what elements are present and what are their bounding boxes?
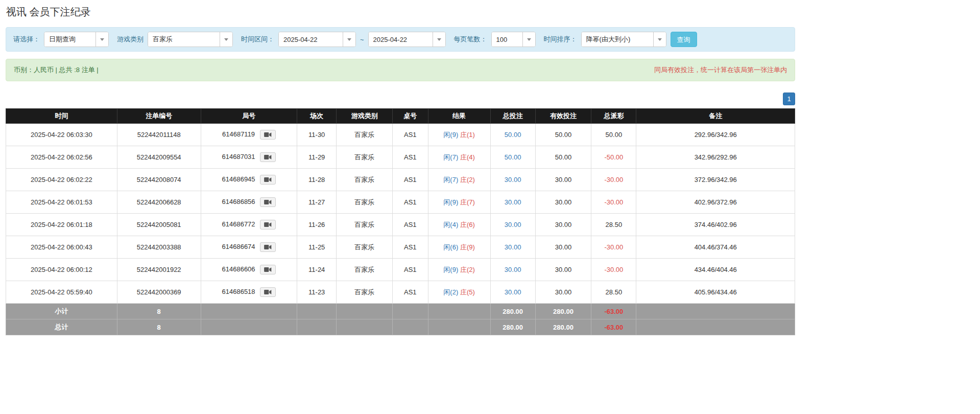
date-to-input[interactable] bbox=[369, 32, 433, 47]
total-bet-link[interactable]: 30.00 bbox=[505, 198, 521, 206]
video-replay-button[interactable] bbox=[260, 242, 276, 252]
cell-result: 闲(9) 庄(1) bbox=[428, 124, 490, 146]
total-payout: -63.00 bbox=[591, 319, 636, 335]
cell-valid-bet: 30.00 bbox=[535, 259, 591, 281]
video-replay-button[interactable] bbox=[260, 220, 276, 229]
game-type-input[interactable] bbox=[148, 32, 220, 47]
header-time: 时间 bbox=[6, 109, 117, 124]
cell-result: 闲(6) 庄(9) bbox=[428, 236, 490, 259]
sort-combobox[interactable] bbox=[581, 32, 666, 47]
page-header: 视讯 会员下注纪录 bbox=[0, 0, 980, 23]
game-type-dropdown-button[interactable] bbox=[220, 32, 232, 47]
video-replay-button[interactable] bbox=[260, 152, 276, 162]
sort-dropdown-button[interactable] bbox=[653, 32, 666, 47]
cell-time: 2025-04-22 06:00:12 bbox=[6, 259, 117, 281]
cell-total-bet: 30.00 bbox=[490, 169, 535, 191]
table-row: 2025-04-22 05:59:40 522442000369 6146865… bbox=[6, 281, 795, 304]
cell-payout: 28.50 bbox=[591, 281, 636, 304]
cell-total-bet: 30.00 bbox=[490, 214, 535, 236]
result-banker: 庄(6) bbox=[460, 221, 475, 228]
cell-remark: 402.96/372.96 bbox=[636, 191, 795, 214]
search-button[interactable]: 查询 bbox=[671, 32, 697, 47]
cell-valid-bet: 30.00 bbox=[535, 236, 591, 259]
cell-game-type: 百家乐 bbox=[337, 236, 393, 259]
video-replay-button[interactable] bbox=[260, 130, 276, 140]
date-from-combobox[interactable] bbox=[278, 32, 356, 47]
total-count: 8 bbox=[117, 319, 201, 335]
cell-result: 闲(7) 庄(4) bbox=[428, 146, 490, 169]
page-size-combobox[interactable] bbox=[491, 32, 536, 47]
cell-result: 闲(4) 庄(6) bbox=[428, 214, 490, 236]
cell-total-bet: 30.00 bbox=[490, 259, 535, 281]
result-player: 闲(2) bbox=[443, 288, 458, 296]
cell-remark: 342.96/292.96 bbox=[636, 146, 795, 169]
date-to-dropdown-button[interactable] bbox=[433, 32, 445, 47]
cell-valid-bet: 30.00 bbox=[535, 191, 591, 214]
cell-game-type: 百家乐 bbox=[337, 124, 393, 146]
cell-game-type: 百家乐 bbox=[337, 259, 393, 281]
video-replay-button[interactable] bbox=[260, 265, 276, 274]
total-bet-link[interactable]: 30.00 bbox=[505, 288, 521, 296]
result-player: 闲(4) bbox=[443, 221, 458, 228]
result-banker: 庄(4) bbox=[460, 153, 475, 161]
round-id-text: 614687119 bbox=[222, 130, 255, 138]
summary-currency-total: 币别：人民币 | 总共 :8 注单 | bbox=[14, 65, 99, 75]
cell-payout: -30.00 bbox=[591, 169, 636, 191]
date-from-input[interactable] bbox=[279, 32, 343, 47]
pagination-page-1-button[interactable]: 1 bbox=[783, 93, 795, 105]
table-row: 2025-04-22 06:03:30 522442011148 6146871… bbox=[6, 124, 795, 146]
game-type-combobox[interactable] bbox=[148, 32, 233, 47]
date-from-dropdown-button[interactable] bbox=[343, 32, 355, 47]
cell-total-bet: 50.00 bbox=[490, 124, 535, 146]
video-replay-button[interactable] bbox=[260, 175, 276, 185]
header-total-bet: 总投注 bbox=[490, 109, 535, 124]
cell-round-id: 614686945 bbox=[201, 169, 297, 191]
cell-table-no: AS1 bbox=[393, 281, 428, 304]
cell-payout: -50.00 bbox=[591, 146, 636, 169]
round-id-text: 614687031 bbox=[222, 153, 255, 160]
page-size-label: 每页笔数： bbox=[454, 35, 487, 44]
total-total-bet: 280.00 bbox=[490, 319, 535, 335]
table-header-row: 时间 注单编号 局号 场次 游戏类别 桌号 结果 总投注 有效投注 总派彩 备注 bbox=[6, 109, 795, 124]
total-valid-bet: 280.00 bbox=[535, 319, 591, 335]
cell-game-type: 百家乐 bbox=[337, 146, 393, 169]
result-player: 闲(6) bbox=[443, 243, 458, 251]
cell-result: 闲(9) 庄(2) bbox=[428, 259, 490, 281]
total-bet-link[interactable]: 30.00 bbox=[505, 176, 521, 183]
subtotal-row: 小计 8 280.00 280.00 -63.00 bbox=[6, 304, 795, 319]
filter-bar: 请选择： 游戏类别 时间区间： ~ 每页笔数： 时间排序： bbox=[6, 27, 795, 52]
page-size-input[interactable] bbox=[492, 32, 522, 47]
video-camera-icon bbox=[264, 199, 272, 205]
header-result: 结果 bbox=[428, 109, 490, 124]
date-range-tilde: ~ bbox=[360, 36, 364, 43]
pagination: 1 bbox=[6, 93, 795, 105]
cell-session: 11-27 bbox=[297, 191, 337, 214]
cell-remark: 434.46/404.46 bbox=[636, 259, 795, 281]
sort-input[interactable] bbox=[582, 32, 653, 47]
result-player: 闲(9) bbox=[443, 266, 458, 273]
query-type-combobox[interactable] bbox=[44, 32, 109, 47]
total-bet-link[interactable]: 50.00 bbox=[505, 131, 521, 139]
result-player: 闲(7) bbox=[443, 176, 458, 183]
total-bet-link[interactable]: 50.00 bbox=[505, 153, 521, 161]
round-id-text: 614686606 bbox=[222, 265, 255, 273]
total-bet-link[interactable]: 30.00 bbox=[505, 266, 521, 273]
video-replay-button[interactable] bbox=[260, 287, 276, 297]
cell-session: 11-29 bbox=[297, 146, 337, 169]
header-payout: 总派彩 bbox=[591, 109, 636, 124]
round-id-text: 614686945 bbox=[222, 175, 255, 183]
query-type-input[interactable] bbox=[44, 32, 95, 47]
cell-session: 11-26 bbox=[297, 214, 337, 236]
cell-payout: -30.00 bbox=[591, 259, 636, 281]
total-bet-link[interactable]: 30.00 bbox=[505, 243, 521, 251]
cell-session: 11-23 bbox=[297, 281, 337, 304]
total-bet-link[interactable]: 30.00 bbox=[505, 221, 521, 228]
page-size-dropdown-button[interactable] bbox=[522, 32, 535, 47]
table-body: 2025-04-22 06:03:30 522442011148 6146871… bbox=[6, 124, 795, 304]
subtotal-label: 小计 bbox=[6, 304, 117, 319]
cell-remark: 405.96/434.46 bbox=[636, 281, 795, 304]
query-type-dropdown-button[interactable] bbox=[95, 32, 108, 47]
cell-order-id: 522442006628 bbox=[117, 191, 201, 214]
video-replay-button[interactable] bbox=[260, 197, 276, 207]
date-to-combobox[interactable] bbox=[368, 32, 446, 47]
